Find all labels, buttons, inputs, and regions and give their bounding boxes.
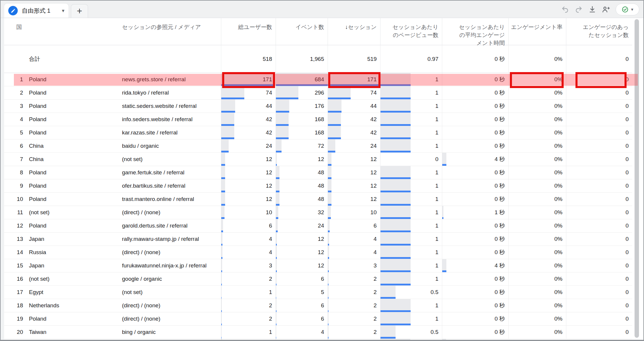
cell-time: 0 秒 [442,100,508,113]
header-event-count[interactable]: イベント数 [276,18,328,47]
cell-sessions: 2 [328,312,380,325]
cell-events: 176 [276,100,328,113]
table-row[interactable]: 16(not set)google / organic26210 秒0%0 [4,272,632,286]
cell-rate: 0% [508,193,566,206]
table-row[interactable]: 9Polandofer.bartikus.site / referral1248… [4,179,632,193]
value-bar [276,326,276,337]
left-gutter [1,18,4,340]
value-bar [328,219,330,230]
table-row[interactable]: 4Polandinfo.seders.website / referral421… [4,113,632,126]
table-row[interactable]: 5Polandkar.razas.site / referral42168421… [4,126,632,139]
cell-value: 0 秒 [495,219,505,232]
cell-users: 12 [221,179,276,192]
value-bar [276,259,277,270]
cell-value: 12 [370,166,377,179]
table-row[interactable]: 11(not set)(direct) / (none)10321011 秒0%… [4,206,632,219]
value-bar [328,326,328,337]
value-bar-underline [442,164,446,166]
table-row[interactable]: 6Chinabaidu / organic24722410 秒0%0 [4,139,632,153]
cell-value: 4 [321,326,324,339]
table-row[interactable]: 13Japanrally.mawaru-stamp.jp / referral4… [4,233,632,246]
cell-events: 48 [276,179,328,192]
value-bar-underline [328,124,341,126]
value-bar-underline [380,137,411,139]
value-bar-underline [328,297,328,299]
cell-value: 0 秒 [495,139,505,152]
cell-engaged: 0 [566,166,632,179]
cell-pv: 1 [380,219,442,232]
value-bar [276,233,277,244]
cell-time: 0 秒 [442,326,508,339]
scrollbar-thumb[interactable] [635,19,639,338]
table-row[interactable]: 20Taiwanbing / organic1420.50 秒0%0 [4,326,632,339]
toolbar-actions: ▾ [558,1,639,18]
share-add-user-button[interactable] [599,3,613,16]
cell-value: 168 [315,113,324,126]
table-row[interactable]: 14Russia(direct) / (none)412410 秒0%0 [4,246,632,259]
cell-engaged: 0 [566,100,632,113]
cell-value: 0 [625,73,629,86]
cell-source-medium: trast.mantero.online / referral [122,193,221,206]
table-row[interactable]: 3Polandstatic.seders.website / referral4… [4,100,632,113]
cell-rate: 0% [508,299,566,312]
cell-time: 0 秒 [442,166,508,179]
cell-value: 74 [266,86,272,99]
cell-users: 12 [221,153,276,166]
header-engaged-sessions[interactable]: エンゲージのあっ たセッション数 [566,18,632,47]
value-bar [328,166,331,177]
header-avg-engagement-time[interactable]: セッションあたり の平均エンゲージ メント時間 [442,18,508,47]
cell-source-medium: game.fertuk.site / referral [122,166,221,179]
table-row[interactable]: 7China(not set)12121204 秒0%0 [4,153,632,166]
cell-source-medium: kar.razas.site / referral [122,126,221,139]
cell-value: 0% [554,312,562,325]
cell-value: 72 [318,139,324,152]
undo-button[interactable] [558,3,572,16]
tab-freeform-1[interactable]: 自由形式 1 ▾ [4,4,69,18]
table-row[interactable]: 10Polandtrast.mantero.online / referral1… [4,193,632,206]
table-row[interactable]: 8Polandgame.fertuk.site / referral124812… [4,166,632,179]
tab-dropdown-caret-icon[interactable]: ▾ [62,8,64,14]
table-row[interactable]: 2Polandrida.tokyo / referral742967410 秒0… [4,86,632,100]
cell-value: 10 [370,206,377,219]
value-bar-underline [221,244,222,246]
header-sessions[interactable]: ↓セッション [328,18,380,47]
value-bar [276,179,279,191]
header-country[interactable]: 国 [4,18,122,47]
table-row[interactable]: 19Poland(direct) / (none)26210 秒0%0 [4,312,632,326]
row-number: 6 [4,139,29,152]
cell-value: 12 [370,179,377,192]
cell-value: 1 [269,326,272,339]
cell-value: 0 秒 [495,193,505,206]
row-number: 5 [4,126,29,139]
table-row[interactable]: 12Polandgarold.dertus.site / referral624… [4,219,632,233]
cell-events: 24 [276,219,328,232]
add-tab-button[interactable]: + [71,4,88,18]
value-bar-underline [328,137,341,139]
row-number: 16 [4,272,29,285]
redo-button[interactable] [572,3,586,16]
cell-value: 0% [554,179,562,192]
header-total-users[interactable]: 総ユーザー数 [221,18,276,47]
value-bar-underline [442,217,443,219]
value-bar [328,246,329,257]
value-bar [328,100,341,111]
download-button[interactable] [586,3,599,16]
value-bar-underline [276,111,289,113]
approval-status-button[interactable]: ▾ [616,4,639,15]
header-engagement-rate[interactable]: エンゲージメント率 [508,18,566,47]
table-row[interactable]: 15Japanfurukawatunnel.ninja-x.jp / refer… [4,259,632,272]
table-row[interactable]: 18Netherlands(direct) / (none)26210 秒0%0 [4,299,632,312]
value-bar-underline [380,98,411,99]
table-row[interactable]: 1Polandnews.grets.store / referral171684… [4,73,632,86]
header-source-medium[interactable]: セッションの参照元 / メディア [122,18,221,47]
header-pageviews-per-session[interactable]: セッションあたり のページビュー数 [380,18,442,47]
cell-events: 12 [276,246,328,259]
value-bar [328,139,335,151]
value-bar [221,233,222,244]
value-bar-underline [380,177,411,179]
cell-value: 6 [321,312,324,325]
table-row[interactable]: 17Egypt(not set)1520.50 秒0%0 [4,286,632,299]
value-bar [328,206,331,217]
value-bar [442,259,446,270]
cell-value: 2 [373,286,377,299]
